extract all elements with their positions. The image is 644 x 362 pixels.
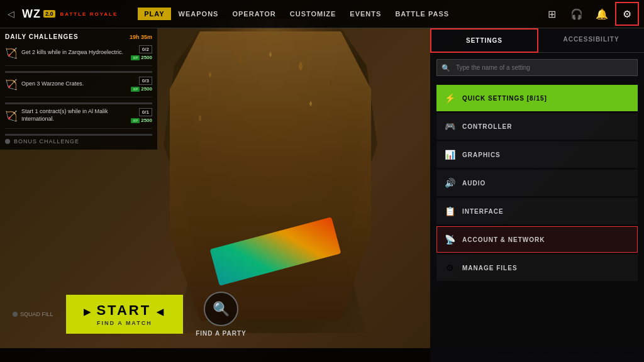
party-icon: 🔍 xyxy=(204,292,238,326)
settings-item-files[interactable]: ⚙ MANAGE FILES xyxy=(436,255,638,281)
xp-icon-3: XP xyxy=(131,118,140,123)
start-sublabel: FIND A MATCH xyxy=(97,320,152,326)
squad-fill-label: SQUAD FILL xyxy=(20,311,53,317)
xp-icon-1: XP xyxy=(131,55,140,60)
settings-item-interface[interactable]: 📋 INTERFACE xyxy=(436,198,638,224)
wz-version: 2.0 xyxy=(43,10,55,18)
settings-item-quick[interactable]: ⚡ QUICK SETTINGS [8/15] xyxy=(436,85,638,111)
challenge-fraction-1: 0/2 xyxy=(139,45,152,53)
progress-bar-3 xyxy=(5,134,152,136)
tab-settings[interactable]: SETTINGS xyxy=(430,28,538,53)
nav-item-events[interactable]: EVENTS xyxy=(343,8,387,20)
bonus-challenge: BONUS CHALLENGE xyxy=(5,138,152,145)
challenge-progress-2: 0/3 XP 2500 xyxy=(131,77,152,92)
nav-item-customize[interactable]: CUSTOMIZE xyxy=(284,8,343,20)
challenge-progress-1: 0/2 XP 2500 xyxy=(131,45,152,60)
xp-amount-1: 2500 xyxy=(141,55,152,60)
bell-icon-button[interactable]: 🔔 xyxy=(590,2,614,26)
graphics-icon: 📊 xyxy=(443,150,456,160)
challenge-text-2: Open 3 Warzone Crates. xyxy=(21,80,127,88)
find-party-button[interactable]: 🔍 FIND A PARTY xyxy=(196,292,247,337)
grid-icon-button[interactable]: ⊞ xyxy=(540,2,564,26)
progress-bar-1 xyxy=(5,71,152,73)
challenge-item-3: 🏹 Start 1 contract(s) while in Al Malik … xyxy=(5,108,152,129)
challenge-text-3: Start 1 contract(s) while in Al Malik In… xyxy=(21,108,127,123)
interface-icon: 📋 xyxy=(443,206,456,216)
challenges-title: DAILY CHALLENGES xyxy=(5,33,79,40)
squad-fill: SQUAD FILL xyxy=(13,311,53,317)
settings-search-area: 🔍 xyxy=(430,53,644,82)
bonus-challenge-label: BONUS CHALLENGE xyxy=(14,138,79,145)
back-button[interactable]: ◁ xyxy=(8,9,14,19)
bonus-dot xyxy=(5,139,10,144)
settings-item-account[interactable]: 📡 ACCOUNT & NETWORK xyxy=(436,226,638,253)
challenge-icon-2: 🏹 xyxy=(5,79,18,90)
search-wrapper: 🔍 xyxy=(436,59,638,76)
audio-icon: 🔊 xyxy=(443,178,456,188)
interface-label: INTERFACE xyxy=(462,208,504,215)
xp-badge-3: XP 2500 xyxy=(131,118,152,123)
challenge-item-1: 🏹 Get 2 kills while in Zarqwa Hydroelect… xyxy=(5,45,152,66)
nav-item-operator[interactable]: OPERATOR xyxy=(226,8,282,20)
graphics-label: GRAPHICS xyxy=(462,151,501,158)
settings-icon-button[interactable]: ⚙ xyxy=(615,2,639,26)
challenges-timer: 19h 35m xyxy=(130,34,152,40)
quick-settings-label: QUICK SETTINGS [8/15] xyxy=(462,95,547,102)
challenge-fraction-2: 0/3 xyxy=(139,77,152,85)
headset-icon-button[interactable]: 🎧 xyxy=(565,2,589,26)
nav-item-play[interactable]: PLAY xyxy=(138,8,170,20)
nav-icon-group: ⊞ 🎧 🔔 ⚙ xyxy=(540,2,644,26)
challenge-text-1: Get 2 kills while in Zarqwa Hydroelectri… xyxy=(21,49,127,57)
files-icon: ⚙ xyxy=(443,263,456,273)
start-arrow-right: ◀ xyxy=(157,307,165,317)
xp-amount-2: 2500 xyxy=(141,86,152,92)
battle-royale-label: BATTLE ROYALE xyxy=(60,11,118,17)
nav-item-battlepass[interactable]: BATTLE PASS xyxy=(389,8,455,20)
bottom-buttons: SQUAD FILL ▶ START ◀ FIND A MATCH 🔍 FIND… xyxy=(13,292,247,337)
controller-icon: 🎮 xyxy=(443,121,456,131)
xp-amount-3: 2500 xyxy=(141,118,152,123)
start-main-text: START xyxy=(96,302,151,318)
tab-accessibility[interactable]: ACCESSIBILITY xyxy=(538,28,644,52)
challenge-icon-3: 🏹 xyxy=(5,110,18,122)
account-label: ACCOUNT & NETWORK xyxy=(462,236,545,243)
settings-tabs: SETTINGS ACCESSIBILITY xyxy=(430,28,644,53)
settings-item-graphics[interactable]: 📊 GRAPHICS xyxy=(436,141,638,168)
start-label: ▶ START ◀ xyxy=(84,302,166,319)
main-nav-menu: PLAY WEAPONS OPERATOR CUSTOMIZE EVENTS B… xyxy=(138,8,455,20)
top-navigation: ◁ WZ 2.0 BATTLE ROYALE PLAY WEAPONS OPER… xyxy=(0,0,644,28)
controller-label: CONTROLLER xyxy=(462,123,512,130)
daily-challenges-panel: DAILY CHALLENGES 19h 35m 🏹 Get 2 kills w… xyxy=(0,28,157,150)
squad-fill-dot xyxy=(13,312,18,317)
settings-search-input[interactable] xyxy=(436,59,638,76)
logo-area: ◁ WZ 2.0 BATTLE ROYALE xyxy=(0,8,125,21)
search-icon: 🔍 xyxy=(441,63,450,72)
nav-item-weapons[interactable]: WEAPONS xyxy=(172,8,225,20)
challenge-fraction-3: 0/1 xyxy=(139,108,152,116)
start-arrow-left: ▶ xyxy=(84,307,97,317)
start-button[interactable]: ▶ START ◀ FIND A MATCH xyxy=(66,295,184,334)
settings-menu: ⚡ QUICK SETTINGS [8/15] 🎮 CONTROLLER 📊 G… xyxy=(430,82,644,362)
quick-settings-icon: ⚡ xyxy=(443,93,456,103)
files-label: MANAGE FILES xyxy=(462,265,518,272)
settings-item-controller[interactable]: 🎮 CONTROLLER xyxy=(436,113,638,140)
ghillie-suit xyxy=(170,31,371,321)
account-icon: 📡 xyxy=(443,234,456,244)
audio-label: AUDIO xyxy=(462,180,486,187)
wz-logo: WZ xyxy=(22,8,41,21)
challenge-icon-1: 🏹 xyxy=(5,47,18,59)
xp-icon-2: XP xyxy=(131,87,140,92)
xp-badge-2: XP 2500 xyxy=(131,86,152,92)
challenges-header: DAILY CHALLENGES 19h 35m xyxy=(5,33,152,40)
find-party-label: FIND A PARTY xyxy=(196,330,247,337)
settings-panel: SETTINGS ACCESSIBILITY 🔍 ⚡ QUICK SETTING… xyxy=(430,28,644,362)
challenge-item-2: 🏹 Open 3 Warzone Crates. 0/3 XP 2500 xyxy=(5,77,152,97)
challenge-progress-3: 0/1 XP 2500 xyxy=(131,108,152,123)
progress-bar-2 xyxy=(5,102,152,104)
xp-badge-1: XP 2500 xyxy=(131,55,152,60)
settings-item-audio[interactable]: 🔊 AUDIO xyxy=(436,170,638,196)
